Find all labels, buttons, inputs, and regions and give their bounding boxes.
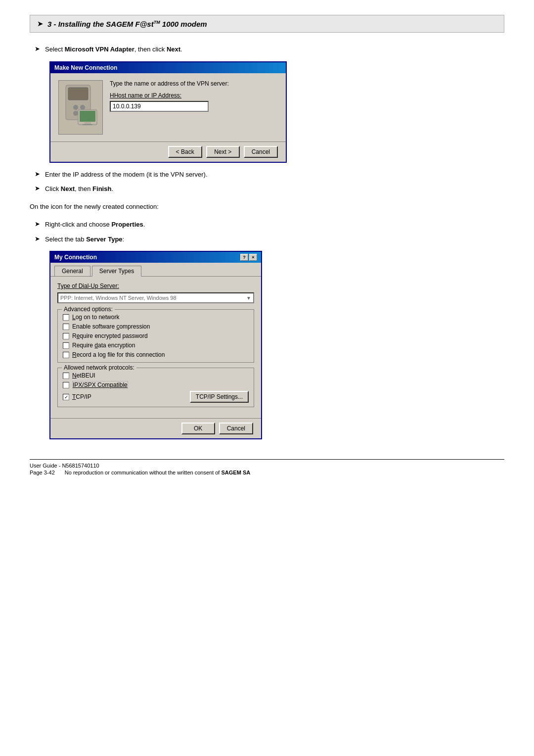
checkbox-tcpip-label: TCP/IP bbox=[72, 393, 91, 400]
svg-rect-1 bbox=[68, 88, 88, 100]
checkbox-tcpip: TCP/IP TCP/IP Settings... bbox=[63, 391, 249, 403]
bullet-item-1: ➤ Select Microsoft VPN Adapter, then cli… bbox=[35, 45, 504, 54]
tab-content: Type of Dial-Up Server: PPP: Internet, W… bbox=[50, 277, 261, 418]
ip-address-input[interactable] bbox=[110, 101, 209, 112]
bullet-arrow-3: ➤ bbox=[35, 185, 40, 192]
bullet-text-2: Enter the IP address of the modem (it is… bbox=[45, 170, 208, 180]
checkbox-ipx-label: IPX/SPX Compatible bbox=[72, 381, 128, 388]
close-button[interactable]: × bbox=[249, 254, 257, 261]
user-guide-label: User Guide - N56815740110 bbox=[30, 463, 99, 469]
page-footer: User Guide - N56815740110 Page 3-42 No r… bbox=[30, 459, 504, 475]
checkbox-netbeui-box[interactable] bbox=[63, 373, 69, 379]
svg-point-2 bbox=[73, 105, 78, 110]
dialup-dropdown[interactable]: PPP: Internet, Windows NT Server, Window… bbox=[57, 292, 254, 303]
checkbox-enc-pass-box[interactable] bbox=[63, 333, 69, 339]
checkbox-log-on-label: Log on to network bbox=[72, 314, 119, 321]
section-header: ➤ 3 - Installing the SAGEM F@stTM 1000 m… bbox=[30, 15, 504, 33]
svg-rect-8 bbox=[84, 122, 91, 124]
tab-server-types[interactable]: Server Types bbox=[92, 266, 141, 277]
protocols-group-label: Allowed network protocols: bbox=[62, 364, 136, 371]
checkbox-log-file-box[interactable] bbox=[63, 352, 69, 358]
bullet-text-4: Right-click and choose Properties. bbox=[45, 220, 145, 230]
checkbox-log-file-label: Record a log file for this connection bbox=[72, 351, 165, 358]
svg-rect-9 bbox=[83, 124, 92, 125]
checkbox-compress-label: Enable software compression bbox=[72, 323, 150, 330]
bullet-text-5: Select the tab Server Type: bbox=[45, 235, 124, 244]
footer-copyright: No reproduction or communication without… bbox=[65, 470, 250, 475]
page-number: Page 3-42 bbox=[30, 470, 55, 475]
bullet-text-1: Select Microsoft VPN Adapter, then click… bbox=[45, 45, 182, 54]
back-button[interactable]: < Back bbox=[168, 146, 202, 158]
dialog-content: Type the name or address of the VPN serv… bbox=[110, 80, 278, 135]
dropdown-arrow-icon: ▼ bbox=[246, 295, 251, 301]
para-text-1: On the icon for the newly created connec… bbox=[30, 202, 504, 212]
cancel-button-2[interactable]: Cancel bbox=[219, 423, 253, 434]
bullet-arrow-5: ➤ bbox=[35, 235, 40, 242]
checkbox-enc-data: Require data encryption bbox=[63, 342, 249, 349]
host-label-underline: H bbox=[110, 92, 114, 99]
cancel-button[interactable]: Cancel bbox=[244, 146, 278, 158]
dialup-value: PPP: Internet, Windows NT Server, Window… bbox=[60, 295, 177, 301]
section-title: 3 - Installing the SAGEM F@stTM 1000 mod… bbox=[47, 20, 207, 28]
checkbox-log-on: Log on to network bbox=[63, 314, 249, 321]
tab-general[interactable]: General bbox=[54, 266, 90, 276]
tabs-row: General Server Types bbox=[50, 263, 261, 277]
dialog-title: Make New Connection bbox=[54, 64, 117, 71]
dialog-body: Type the name or address of the VPN serv… bbox=[50, 73, 286, 142]
bullet-arrow-1: ➤ bbox=[35, 45, 40, 52]
checkbox-ipx-box[interactable] bbox=[63, 382, 69, 388]
my-connection-titlebar-buttons: ? × bbox=[240, 254, 257, 261]
dialup-label-text: Type of Dial-Up Server: bbox=[57, 283, 119, 289]
my-connection-titlebar: My Connection ? × bbox=[50, 252, 261, 263]
modem-svg bbox=[61, 83, 100, 132]
advanced-options-group: Advanced options: Log on to network Enab… bbox=[57, 309, 254, 363]
checkbox-enc-data-box[interactable] bbox=[63, 342, 69, 349]
help-button[interactable]: ? bbox=[240, 254, 248, 261]
host-label: HHost name or IP Address: bbox=[110, 92, 278, 99]
next-button[interactable]: Next > bbox=[206, 146, 240, 158]
dialog-description: Type the name or address of the VPN serv… bbox=[110, 80, 278, 87]
footer-line-2: Page 3-42 No reproduction or communicati… bbox=[30, 470, 504, 475]
dialup-label: Type of Dial-Up Server: bbox=[57, 283, 254, 289]
checkbox-compress: Enable software compression bbox=[63, 323, 249, 330]
arrow-prefix: ➤ bbox=[37, 19, 44, 28]
checkbox-enc-data-label: Require data encryption bbox=[72, 342, 135, 349]
svg-rect-7 bbox=[80, 111, 95, 122]
checkbox-netbeui: NetBEUI bbox=[63, 372, 249, 379]
checkbox-enc-pass-label: Require encrypted password bbox=[72, 332, 148, 339]
bullet-item-4: ➤ Right-click and choose Properties. bbox=[35, 220, 504, 230]
bullet-item-5: ➤ Select the tab Server Type: bbox=[35, 235, 504, 244]
bullet-text-3: Click Next, then Finish. bbox=[45, 184, 113, 194]
dialog-titlebar: Make New Connection bbox=[50, 62, 286, 73]
tcpip-settings-button[interactable]: TCP/IP Settings... bbox=[190, 391, 249, 403]
modem-image bbox=[58, 80, 103, 135]
checkbox-log-on-box[interactable] bbox=[63, 314, 69, 321]
footer-line-1: User Guide - N56815740110 bbox=[30, 463, 504, 469]
bullet-item-2: ➤ Enter the IP address of the modem (it … bbox=[35, 170, 504, 180]
my-connection-footer: OK Cancel bbox=[50, 418, 261, 438]
checkbox-compress-box[interactable] bbox=[63, 324, 69, 330]
protocols-group: Allowed network protocols: NetBEUI IPX/S… bbox=[57, 368, 254, 407]
dialog-footer: < Back Next > Cancel bbox=[50, 142, 286, 162]
svg-point-3 bbox=[80, 105, 85, 110]
bullet-arrow-4: ➤ bbox=[35, 220, 40, 228]
advanced-group-label: Advanced options: bbox=[62, 306, 115, 313]
make-new-connection-dialog: Make New Connection Type the name bbox=[49, 61, 287, 163]
bullet-arrow-2: ➤ bbox=[35, 170, 40, 178]
checkbox-ipx: IPX/SPX Compatible bbox=[63, 381, 249, 388]
bullet-item-3: ➤ Click Next, then Finish. bbox=[35, 184, 504, 194]
ok-button[interactable]: OK bbox=[181, 423, 215, 434]
checkbox-netbeui-label: NetBEUI bbox=[72, 372, 95, 379]
svg-point-4 bbox=[73, 111, 78, 116]
my-connection-dialog: My Connection ? × General Server Types T… bbox=[49, 251, 262, 439]
my-connection-title: My Connection bbox=[54, 254, 97, 261]
checkbox-enc-pass: Require encrypted password bbox=[63, 332, 249, 339]
checkbox-tcpip-box[interactable] bbox=[63, 394, 69, 400]
checkbox-log-file: Record a log file for this connection bbox=[63, 351, 249, 358]
